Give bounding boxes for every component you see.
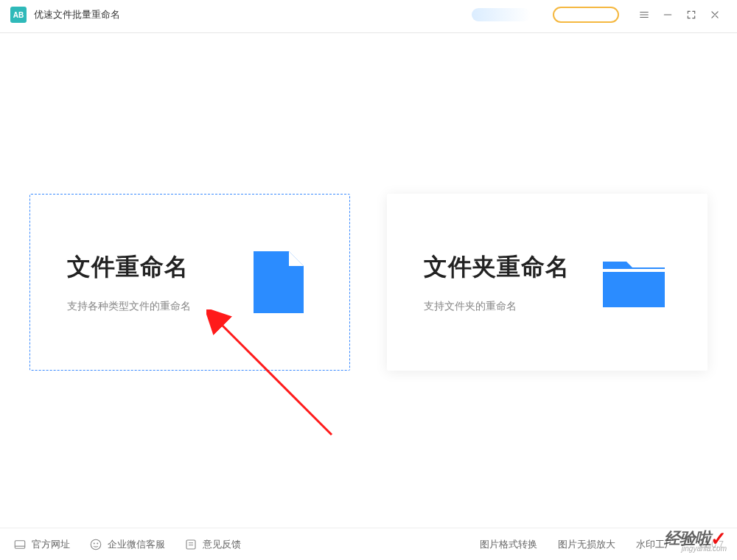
app-title: 优速文件批量重命名 — [34, 8, 120, 21]
minimize-icon — [663, 10, 673, 20]
svg-point-5 — [97, 542, 98, 544]
feedback-icon — [184, 538, 198, 551]
titlebar-badge — [553, 7, 619, 23]
official-site-link[interactable]: 官方网址 — [13, 538, 70, 551]
wechat-support-link[interactable]: 企业微信客服 — [89, 538, 165, 551]
main-content: 文件重命名 支持各种类型文件的重命名 文件夹重命名 支持文件夹的重命名 — [0, 33, 737, 531]
folder-rename-card[interactable]: 文件夹重命名 支持文件夹的重命名 — [387, 194, 708, 371]
titlebar: AB 优速文件批量重命名 — [0, 0, 737, 29]
feedback-link[interactable]: 意见反馈 — [184, 538, 241, 551]
minimize-button[interactable] — [656, 3, 680, 27]
file-rename-title: 文件重命名 — [67, 251, 191, 284]
menu-icon — [639, 10, 649, 20]
feedback-label: 意见反馈 — [203, 538, 241, 551]
svg-point-4 — [94, 542, 95, 544]
wechat-support-label: 企业微信客服 — [108, 538, 165, 551]
wechat-icon — [89, 538, 102, 551]
fullscreen-button[interactable] — [680, 3, 703, 27]
file-rename-subtitle: 支持各种类型文件的重命名 — [67, 300, 191, 313]
titlebar-decor — [472, 8, 531, 21]
file-rename-card[interactable]: 文件重命名 支持各种类型文件的重命名 — [29, 194, 350, 371]
app-icon: AB — [10, 7, 27, 23]
fullscreen-icon — [686, 10, 696, 20]
menu-button[interactable] — [632, 3, 656, 27]
folder-icon — [597, 245, 671, 319]
close-button[interactable] — [703, 3, 727, 27]
official-site-label: 官方网址 — [32, 538, 70, 551]
globe-icon — [13, 538, 27, 551]
img-upscale-link[interactable]: 图片无损放大 — [558, 538, 615, 551]
file-icon — [239, 245, 312, 319]
folder-rename-subtitle: 支持文件夹的重命名 — [424, 300, 570, 313]
svg-point-3 — [91, 539, 101, 550]
footer: 官方网址 企业微信客服 意见反馈 图片格式转换 图片无损放大 水印工厂 V2.0… — [0, 528, 737, 560]
folder-rename-title: 文件夹重命名 — [424, 251, 570, 284]
close-icon — [710, 10, 720, 20]
svg-rect-6 — [186, 540, 195, 549]
svg-rect-0 — [603, 272, 665, 307]
img-format-link[interactable]: 图片格式转换 — [480, 538, 537, 551]
version-label: V2.0.7 — [698, 539, 724, 550]
watermark-link[interactable]: 水印工厂 — [636, 538, 674, 551]
svg-rect-2 — [15, 540, 25, 548]
